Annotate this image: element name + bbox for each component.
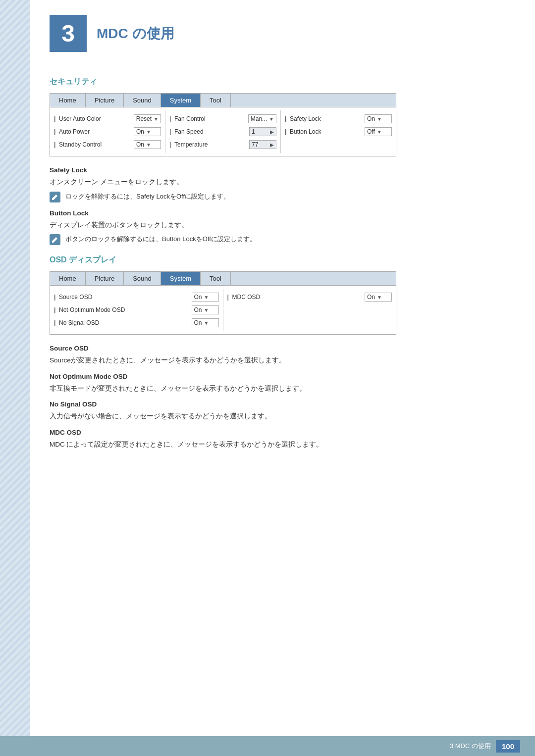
source-osd-label-ctrl: Source OSD [54, 294, 192, 301]
security-col-1: User Auto Color Reset ▼ Auto Power On ▼ … [50, 110, 165, 153]
temperature-label: Temperature [169, 141, 249, 148]
button-lock-arrow: ▼ [377, 129, 382, 135]
safety-lock-label-ctrl: Safety Lock [285, 115, 365, 122]
button-lock-heading: Button Lock [50, 209, 515, 217]
fan-control-arrow: ▼ [269, 116, 274, 122]
security-panel-body: User Auto Color Reset ▼ Auto Power On ▼ … [50, 107, 396, 156]
mdc-osd-row: MDC OSD On ▼ [227, 291, 392, 303]
no-signal-heading: No Signal OSD [50, 401, 515, 408]
not-optimum-row: Not Optimum Mode OSD On ▼ [54, 303, 219, 316]
fan-control-select[interactable]: Man... ▼ [248, 114, 276, 123]
standby-control-select[interactable]: On ▼ [134, 140, 161, 149]
auto-power-row: Auto Power On ▼ [54, 125, 161, 138]
tab-home-osd[interactable]: Home [50, 272, 86, 285]
source-osd-row: Source OSD On ▼ [54, 291, 219, 303]
fan-speed-label: Fan Speed [169, 128, 249, 135]
button-lock-note-block: ボタンのロックを解除するには、Button LockをOffに設定します。 [50, 234, 515, 245]
auto-power-value: On [136, 128, 144, 135]
no-signal-desc: 入力信号がない場合に、メッセージを表示するかどうかを選択します。 [50, 411, 515, 422]
tab-system-security[interactable]: System [161, 94, 201, 107]
tab-system-osd[interactable]: System [161, 272, 201, 285]
button-lock-value: Off [367, 128, 375, 135]
mdc-osd-select[interactable]: On ▼ [365, 293, 392, 302]
security-heading: セキュリティ [50, 77, 515, 87]
tab-sound-security[interactable]: Sound [124, 94, 161, 107]
mdc-osd-heading: MDC OSD [50, 429, 515, 436]
user-auto-color-select[interactable]: Reset ▼ [134, 114, 161, 123]
fan-speed-row: Fan Speed 1 ▶ [169, 125, 276, 138]
page-number: 100 [496, 740, 520, 753]
user-auto-color-arrow: ▼ [154, 116, 159, 122]
button-lock-desc: ディスプレイ装置のボタンをロックします。 [50, 220, 515, 231]
auto-power-label: Auto Power [54, 128, 134, 135]
safety-lock-row: Safety Lock On ▼ [285, 112, 392, 125]
button-lock-label-ctrl: Button Lock [285, 128, 365, 135]
fan-speed-right-arrow: ▶ [270, 129, 274, 135]
fan-speed-control[interactable]: 1 ▶ [249, 127, 276, 136]
auto-power-select[interactable]: On ▼ [134, 127, 161, 136]
source-osd-desc: Sourceが変更されたときに、メッセージを表示するかどうかを選択します。 [50, 355, 515, 366]
chapter-header: 3 MDC の使用 [50, 15, 515, 52]
source-osd-heading: Source OSD [50, 345, 515, 352]
osd-tabs: Home Picture Sound System Tool [50, 272, 396, 286]
no-signal-label-ctrl: No Signal OSD [54, 319, 192, 326]
mdc-osd-arrow: ▼ [377, 295, 382, 300]
source-osd-select[interactable]: On ▼ [192, 293, 219, 302]
no-signal-row: No Signal OSD On ▼ [54, 316, 219, 329]
auto-power-arrow: ▼ [146, 129, 151, 135]
no-signal-value: On [194, 319, 202, 326]
user-auto-color-row: User Auto Color Reset ▼ [54, 112, 161, 125]
mdc-osd-label-ctrl: MDC OSD [227, 294, 365, 301]
chapter-title: MDC の使用 [97, 24, 174, 43]
left-decorative-bar [0, 0, 30, 756]
safety-lock-note-text: ロックを解除するには、Safety LockをOffに設定します。 [65, 192, 230, 202]
tab-tool-security[interactable]: Tool [201, 94, 231, 107]
standby-control-arrow: ▼ [146, 142, 151, 148]
standby-control-value: On [136, 141, 144, 148]
tab-picture-osd[interactable]: Picture [86, 272, 124, 285]
temperature-right-arrow: ▶ [270, 142, 274, 148]
chapter-number: 3 [61, 20, 75, 47]
security-col-3: Safety Lock On ▼ Button Lock Off ▼ [281, 110, 396, 153]
source-osd-value: On [194, 294, 202, 301]
safety-lock-desc: オンスクリーン メニューをロックします。 [50, 177, 515, 188]
tab-home-security[interactable]: Home [50, 94, 86, 107]
fan-control-row: Fan Control Man... ▼ [169, 112, 276, 125]
safety-lock-note-icon [50, 192, 60, 202]
not-optimum-arrow: ▼ [204, 307, 209, 313]
mdc-osd-value: On [367, 294, 375, 301]
temperature-control[interactable]: 77 ▶ [249, 140, 276, 149]
mdc-osd-desc: MDC によって設定が変更されたときに、メッセージを表示するかどうかを選択します… [50, 439, 515, 450]
osd-col-1: Source OSD On ▼ Not Optimum Mode OSD On … [50, 289, 223, 331]
user-auto-color-value: Reset [136, 115, 152, 122]
not-optimum-select[interactable]: On ▼ [192, 305, 219, 314]
not-optimum-desc: 非互換モードが変更されたときに、メッセージを表示するかどうかを選択します。 [50, 383, 515, 394]
tab-picture-security[interactable]: Picture [86, 94, 124, 107]
security-panel: Home Picture Sound System Tool User Auto… [50, 93, 396, 156]
osd-heading: OSD ディスプレイ [50, 255, 515, 265]
safety-lock-value: On [367, 115, 375, 122]
osd-panel: Home Picture Sound System Tool Source OS… [50, 271, 396, 335]
source-osd-arrow: ▼ [204, 295, 209, 300]
fan-control-value: Man... [251, 115, 267, 122]
fan-control-label: Fan Control [169, 115, 248, 122]
footer-label: 3 MDC の使用 [450, 742, 491, 751]
fan-speed-value: 1 [252, 128, 255, 135]
safety-lock-note-block: ロックを解除するには、Safety LockをOffに設定します。 [50, 192, 515, 202]
button-lock-note-text: ボタンのロックを解除するには、Button LockをOffに設定します。 [65, 234, 256, 244]
tab-tool-osd[interactable]: Tool [201, 272, 231, 285]
safety-lock-arrow: ▼ [377, 116, 382, 122]
osd-panel-body: Source OSD On ▼ Not Optimum Mode OSD On … [50, 286, 396, 334]
note-pencil-icon [52, 194, 58, 201]
tab-sound-osd[interactable]: Sound [124, 272, 161, 285]
safety-lock-select[interactable]: On ▼ [365, 114, 392, 123]
safety-lock-heading: Safety Lock [50, 166, 515, 174]
button-lock-note-icon [50, 234, 60, 245]
button-lock-select[interactable]: Off ▼ [365, 127, 392, 136]
page-footer: 3 MDC の使用 100 [0, 736, 535, 756]
button-lock-row: Button Lock Off ▼ [285, 125, 392, 138]
security-tabs: Home Picture Sound System Tool [50, 94, 396, 107]
standby-control-label: Standby Control [54, 141, 134, 148]
not-optimum-heading: Not Optimum Mode OSD [50, 373, 515, 380]
no-signal-select[interactable]: On ▼ [192, 318, 219, 327]
